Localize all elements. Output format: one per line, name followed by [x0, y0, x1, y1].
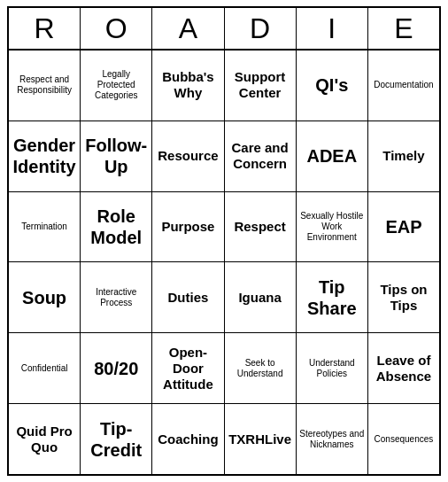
cell-1-1: Follow-Up [81, 121, 152, 191]
cell-0-4: QI's [297, 51, 368, 120]
header-letter-D: D [225, 8, 297, 49]
cell-0-5: Documentation [368, 51, 439, 120]
cell-0-2: Bubba's Why [152, 51, 224, 120]
grid-row-1: Gender IdentityFollow-UpResourceCare and… [9, 121, 439, 192]
cell-1-2: Resource [152, 121, 224, 191]
grid-row-3: SoupInteractive ProcessDutiesIguanaTip S… [9, 262, 439, 333]
header-row: ROADIE [9, 8, 439, 51]
cell-2-5: EAP [368, 192, 439, 262]
bingo-grid: Respect and ResponsibilityLegally Protec… [9, 51, 439, 474]
cell-5-1: Tip-Credit [81, 404, 152, 474]
grid-row-2: TerminationRole ModelPurposeRespectSexua… [9, 192, 439, 263]
cell-2-0: Termination [9, 192, 81, 262]
cell-4-5: Leave of Absence [368, 333, 439, 403]
header-letter-E: E [368, 8, 439, 49]
cell-5-5: Consequences [368, 404, 439, 474]
cell-1-3: Care and Concern [225, 121, 297, 191]
grid-row-0: Respect and ResponsibilityLegally Protec… [9, 51, 439, 121]
cell-4-4: Understand Policies [297, 333, 368, 403]
cell-5-4: Stereotypes and Nicknames [297, 404, 368, 474]
cell-4-2: Open-Door Attitude [152, 333, 224, 403]
header-letter-R: R [9, 8, 81, 49]
header-letter-O: O [81, 8, 152, 49]
cell-0-0: Respect and Responsibility [9, 51, 81, 120]
header-letter-I: I [297, 8, 368, 49]
cell-3-5: Tips on Tips [368, 262, 439, 332]
cell-0-1: Legally Protected Categories [81, 51, 152, 120]
cell-2-1: Role Model [81, 192, 152, 262]
bingo-card: ROADIE Respect and ResponsibilityLegally… [7, 6, 441, 476]
cell-2-2: Purpose [152, 192, 224, 262]
cell-4-1: 80/20 [81, 333, 152, 403]
cell-4-3: Seek to Understand [225, 333, 297, 403]
cell-3-3: Iguana [225, 262, 297, 332]
cell-1-5: Timely [368, 121, 439, 191]
cell-5-0: Quid Pro Quo [9, 404, 81, 474]
cell-2-3: Respect [225, 192, 297, 262]
cell-0-3: Support Center [225, 51, 297, 120]
cell-3-2: Duties [152, 262, 224, 332]
grid-row-4: Confidential80/20Open-Door AttitudeSeek … [9, 333, 439, 404]
cell-1-0: Gender Identity [9, 121, 81, 191]
grid-row-5: Quid Pro QuoTip-CreditCoachingTXRHLiveSt… [9, 404, 439, 474]
cell-1-4: ADEA [297, 121, 368, 191]
header-letter-A: A [152, 8, 224, 49]
cell-4-0: Confidential [9, 333, 81, 403]
cell-2-4: Sexually Hostile Work Environment [297, 192, 368, 262]
cell-5-2: Coaching [152, 404, 224, 474]
cell-3-1: Interactive Process [81, 262, 152, 332]
cell-3-4: Tip Share [297, 262, 368, 332]
cell-3-0: Soup [9, 262, 81, 332]
cell-5-3: TXRHLive [225, 404, 297, 474]
